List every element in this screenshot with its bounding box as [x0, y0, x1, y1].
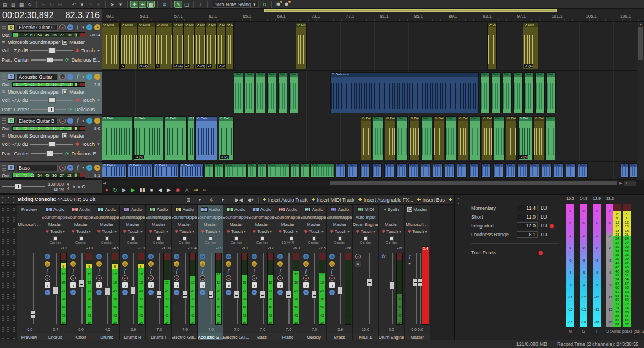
solo-icon[interactable]: ◎: [96, 261, 102, 267]
swing-select[interactable]: 16th Note Swing▾: [212, 1, 259, 8]
timeline-ruler[interactable]: 49.153.157.161.165.169.173.177.181.185.1…: [102, 9, 644, 22]
pan-slider-thumb[interactable]: [183, 236, 187, 241]
pan-slider[interactable]: [200, 236, 221, 241]
input-monitor-icon[interactable]: ◂: [148, 282, 154, 288]
chevron-down-icon[interactable]: ▾: [166, 230, 168, 234]
timecode-display[interactable]: 00:02:30,892 82.3.716: [0, 9, 102, 22]
fader-thumb[interactable]: [130, 286, 136, 295]
mixer-tool-icon-6[interactable]: ◀+: [247, 196, 254, 203]
pan-knob-icon[interactable]: ◔: [86, 165, 92, 171]
pan-slider-thumb[interactable]: [79, 236, 83, 241]
audio-clip[interactable]: ⟳ Delicfx: [120, 23, 138, 69]
fx-icon[interactable]: ƒ: [226, 268, 231, 274]
paste-icon[interactable]: ⊟: [56, 1, 64, 8]
scroll-up-arrow[interactable]: ▲: [639, 22, 643, 26]
audio-clip[interactable]: Del: [421, 116, 432, 160]
timeline-vertical-scrollbar[interactable]: ▲: [637, 22, 644, 180]
input-monitor-icon[interactable]: ◂: [277, 282, 283, 288]
mute-icon[interactable]: −: [67, 24, 73, 30]
insert-button-insert-bus[interactable]: ✚Insert Bus: [417, 197, 445, 203]
zoom-in-icon[interactable]: +: [624, 181, 630, 186]
pan-slider[interactable]: [31, 107, 66, 112]
volume-fader[interactable]: [206, 246, 215, 326]
phase-invert-icon[interactable]: ∅: [174, 254, 179, 259]
selection-tool-icon[interactable]: ⊞: [139, 1, 146, 8]
close-icon[interactable]: ×: [7, 195, 10, 200]
automation-gear-icon[interactable]: ✱: [200, 229, 204, 234]
solo-icon[interactable]: ◎: [226, 261, 231, 267]
pan-slider[interactable]: [329, 236, 350, 241]
close-icon[interactable]: ×: [457, 196, 460, 201]
mixer-strip-piano[interactable]: 10AudioSoundmapperMaster✱Touch▾15 % R∅◎ƒ…: [275, 205, 301, 341]
fader-thumb[interactable]: [260, 291, 265, 299]
automation-mode[interactable]: Touch: [257, 229, 269, 234]
pan-slider[interactable]: [122, 236, 143, 241]
audio-clip[interactable]: Del: [546, 72, 556, 113]
audio-clip[interactable]: Del: [384, 163, 394, 178]
audio-clip[interactable]: ⟳ Del: [506, 116, 517, 160]
volume-fader[interactable]: [232, 246, 241, 326]
volume-fader[interactable]: [310, 246, 319, 326]
audio-clip[interactable]: ⟳ Delic-3 (A): [138, 23, 155, 69]
audio-clip[interactable]: ⟳ Delic-3 (A): [133, 116, 163, 160]
mixer-tool-icon-0[interactable]: ⊞: [184, 196, 192, 203]
input-monitor-icon[interactable]: ◂: [303, 282, 309, 288]
input-monitor-icon[interactable]: ◂: [45, 282, 50, 288]
pan-knob-icon[interactable]: ◔: [86, 24, 92, 30]
pan-slider[interactable]: [355, 236, 376, 241]
audio-clip[interactable]: ⟳ De: [188, 116, 194, 160]
audio-clip[interactable]: Del: [493, 163, 503, 178]
redo-icon[interactable]: ↷: [86, 1, 94, 8]
audio-clip[interactable]: Del: [491, 72, 501, 113]
chevron-down-icon[interactable]: ▾: [97, 97, 100, 103]
insert-button-insert-audio-track[interactable]: ✚Insert Audio Track: [263, 197, 308, 203]
edit-tool-icon[interactable]: ➤: [108, 1, 116, 8]
record-arm-icon[interactable]: ●: [355, 254, 361, 259]
record-arm-icon[interactable]: ●: [329, 275, 335, 281]
audio-clip[interactable]: De: [630, 163, 637, 178]
automation-gear-icon[interactable]: ✱: [45, 229, 49, 234]
audio-clip[interactable]: ⟳ Del+2: [206, 23, 217, 69]
volume-fader[interactable]: [284, 246, 293, 326]
audio-clip[interactable]: Del: [542, 163, 552, 178]
audio-clip[interactable]: ⟳ Del: [487, 23, 497, 69]
freeze-icon[interactable]: ✻: [355, 261, 361, 267]
phase-invert-icon[interactable]: ∅: [277, 254, 283, 259]
phase-invert-icon[interactable]: ∅: [200, 254, 205, 259]
automation-mode[interactable]: Touch: [128, 229, 139, 234]
audio-clip[interactable]: Del: [258, 163, 266, 178]
fader-thumb[interactable]: [286, 291, 291, 299]
input-monitor-icon[interactable]: ◂: [252, 282, 257, 288]
automation-gear-icon[interactable]: ✱: [304, 229, 308, 234]
chevron-down-icon[interactable]: ▾: [81, 165, 85, 171]
chevron-down-icon[interactable]: ▾: [81, 118, 85, 124]
pan-slider-thumb[interactable]: [131, 236, 135, 241]
erase-tool-icon[interactable]: ✎: [174, 1, 182, 8]
play-button[interactable]: ▶: [131, 187, 135, 193]
mixer-strip-midi-1[interactable]: 13MIDIAuto InputDrum Engine✱Touch▾Center…: [353, 205, 379, 341]
phase-invert-icon[interactable]: ∅: [226, 254, 231, 259]
pan-slider-thumb[interactable]: [48, 107, 55, 112]
automation-gear-icon[interactable]: ✱: [330, 229, 334, 234]
metronome-button[interactable]: △: [185, 187, 189, 193]
volume-slider[interactable]: [30, 48, 73, 53]
volume-fader[interactable]: [181, 246, 189, 326]
track-name-input[interactable]: Electric Guitar C: [17, 24, 58, 31]
mute-icon[interactable]: −: [67, 118, 73, 124]
audio-clip[interactable]: ⟳ Delic: [102, 116, 132, 160]
collapse-icon[interactable]: ‹: [2, 200, 4, 205]
mixer-strip-bass[interactable]: 9AudioSoundmapperMaster✱Touch▾Center∅◎ƒ●…: [249, 205, 275, 341]
volume-slider[interactable]: [30, 97, 73, 103]
copy-icon[interactable]: ⊡: [48, 1, 56, 8]
audio-clip[interactable]: Del: [234, 72, 243, 113]
mute-icon[interactable]: −: [200, 290, 205, 295]
bpm-value[interactable]: 130,000: [48, 182, 64, 187]
mute-icon[interactable]: −: [45, 290, 50, 295]
close-icon[interactable]: ×: [13, 195, 15, 200]
dock-grip[interactable]: [2, 206, 4, 341]
automation-mode[interactable]: Touch: [335, 229, 346, 234]
solo-icon[interactable]: ◎: [148, 261, 154, 267]
mixer-strip-drums[interactable]: 3AudioSoundmapperMaster✱Touch▾Center∅◎ƒ●…: [94, 205, 120, 341]
automation-mode[interactable]: Touch: [231, 229, 243, 234]
audio-clip[interactable]: ⟳ Delici: [179, 163, 204, 178]
